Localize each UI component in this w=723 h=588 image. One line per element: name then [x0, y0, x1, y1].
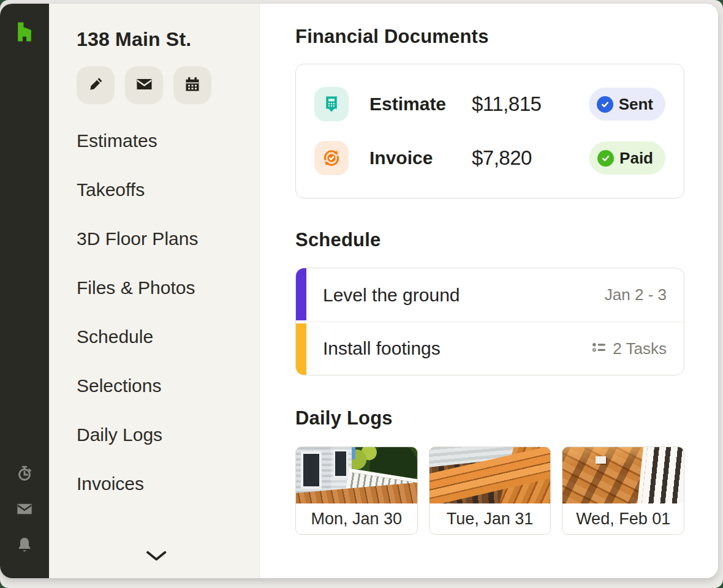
photo-window [301, 451, 322, 489]
app-window: 138 Main St. Estimates Takeoffs 3D F [0, 4, 718, 578]
estimate-amount: $11,815 [472, 92, 541, 116]
estimate-row[interactable]: Estimate $11,815 Sent [314, 77, 665, 131]
estimate-status-badge: Sent [589, 88, 665, 121]
calendar-button[interactable] [173, 66, 211, 104]
schedule-row-level-ground[interactable]: Level the ground Jan 2 - 3 [296, 268, 684, 322]
phase-color-bar [296, 268, 306, 320]
task-dates: Jan 2 - 3 [605, 285, 667, 304]
sidebar-item-takeoffs[interactable]: Takeoffs [77, 165, 259, 214]
daily-log-photo-sunlit-deck [562, 447, 684, 503]
main-content: Financial Documents Estimate $11,815 Sen… [260, 4, 718, 578]
email-button[interactable] [125, 66, 163, 104]
project-sidebar: 138 Main St. Estimates Takeoffs 3D F [49, 4, 260, 578]
invoice-label: Invoice [369, 148, 472, 168]
sidebar-item-daily-logs[interactable]: Daily Logs [77, 410, 259, 459]
calendar-icon [184, 76, 201, 95]
task-name: Install footings [323, 338, 441, 359]
rail-bottom-icons [15, 464, 34, 578]
project-title: 138 Main St. [77, 28, 259, 51]
sync-check-icon [314, 141, 349, 175]
timer-icon[interactable] [15, 464, 34, 483]
task-name: Level the ground [323, 285, 460, 306]
daily-log-date: Tue, Jan 31 [430, 503, 551, 534]
daily-log-photo-deck-house [296, 447, 417, 503]
edit-button[interactable] [77, 66, 115, 104]
daily-log-card-jan30[interactable]: Mon, Jan 30 [295, 447, 418, 535]
photo-railing-balusters [637, 447, 684, 503]
financial-documents-title: Financial Documents [295, 26, 684, 48]
calculator-icon [314, 87, 349, 121]
estimate-label: Estimate [369, 94, 472, 115]
envelope-icon [135, 75, 153, 95]
daily-log-date: Mon, Jan 30 [296, 503, 417, 534]
daily-log-date: Wed, Feb 01 [562, 503, 684, 534]
invoice-row[interactable]: Invoice $7,820 Paid [314, 131, 665, 185]
invoice-status-badge: Paid [589, 141, 665, 175]
pencil-icon [88, 76, 104, 94]
sidebar-item-invoices[interactable]: Invoices [77, 459, 259, 508]
check-circle-icon [597, 96, 613, 113]
notifications-icon[interactable] [15, 535, 34, 554]
invoice-amount: $7,820 [472, 146, 532, 170]
nav-rail [0, 4, 49, 578]
photo-window [333, 450, 348, 478]
houzz-logo-icon[interactable] [14, 20, 35, 44]
messages-icon[interactable] [15, 500, 34, 518]
sidebar-item-3d-floor-plans[interactable]: 3D Floor Plans [77, 214, 259, 263]
sidebar-item-estimates[interactable]: Estimates [77, 116, 259, 165]
task-list-icon [591, 339, 607, 358]
task-count-text: 2 Tasks [613, 339, 667, 358]
phase-color-bar [296, 323, 306, 375]
estimate-status-text: Sent [619, 95, 653, 114]
check-circle-icon [597, 150, 614, 167]
daily-log-photo-joists [430, 447, 551, 503]
sidebar-item-schedule[interactable]: Schedule [77, 312, 259, 361]
schedule-title: Schedule [295, 229, 684, 251]
schedule-card: Level the ground Jan 2 - 3 Install footi… [295, 268, 684, 375]
daily-log-card-jan31[interactable]: Tue, Jan 31 [429, 447, 551, 535]
sidebar-item-selections[interactable]: Selections [77, 361, 259, 410]
invoice-status-text: Paid [619, 149, 653, 168]
task-count: 2 Tasks [591, 339, 667, 358]
daily-logs-title: Daily Logs [295, 407, 684, 429]
daily-log-card-feb01[interactable]: Wed, Feb 01 [562, 447, 684, 535]
sidebar-nav: Estimates Takeoffs 3D Floor Plans Files … [77, 116, 259, 508]
photo-toolbox [596, 456, 607, 464]
sidebar-expand-button[interactable] [144, 549, 168, 565]
quick-actions [77, 66, 259, 104]
financial-documents-card: Estimate $11,815 Sent Invoice $7,820 [295, 64, 684, 198]
schedule-row-install-footings[interactable]: Install footings 2 Tasks [296, 322, 684, 375]
sidebar-item-files-photos[interactable]: Files & Photos [77, 263, 259, 312]
daily-logs-list: Mon, Jan 30 Tue, Jan 31 [295, 447, 684, 535]
chevron-down-icon [146, 550, 167, 564]
